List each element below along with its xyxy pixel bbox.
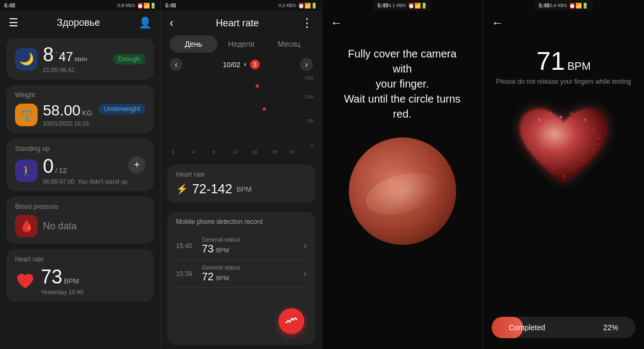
panel4-header: ← <box>483 11 644 35</box>
svg-text:20: 20 <box>272 149 277 155</box>
blood-value: No data <box>43 221 77 232</box>
tab-month[interactable]: Месяц <box>265 35 313 53</box>
chart-prev-button[interactable]: ‹ <box>170 58 182 71</box>
instruction-text: Fully cover the camera withyour finger.W… <box>322 35 482 127</box>
svg-point-23 <box>597 137 599 140</box>
svg-point-21 <box>584 119 586 121</box>
progress-percent: 22% <box>595 323 627 332</box>
chart-area: 150 100 50 0 0 4 8 12 16 20 23 <box>161 74 321 160</box>
svg-point-27 <box>562 175 565 177</box>
status-icons-4: 0,4 КБ/с ⏰📶🔋 <box>550 3 588 9</box>
weight-label: Weight <box>15 91 145 99</box>
page-title-1: Здоровье <box>57 17 100 28</box>
sleep-value: 8 . 47 мин <box>43 45 87 64</box>
svg-point-30 <box>533 149 535 150</box>
back-button-3[interactable]: ← <box>331 16 342 30</box>
hr-card-label: Heart rate <box>176 171 306 178</box>
chart-date: 10/02 ▼ 3 <box>223 60 259 69</box>
tab-week[interactable]: Неделя <box>217 35 265 53</box>
network-speed-1: 0,8 КБ/с <box>118 3 135 8</box>
svg-point-19 <box>560 116 562 118</box>
svg-point-15 <box>255 84 259 88</box>
panel1-header: ☰ Здоровье 👤 <box>0 11 160 34</box>
weight-badge: Underweight <box>99 104 145 114</box>
back-button-4[interactable]: ← <box>492 16 503 30</box>
status-icons-2: 0,2 КБ/с ⏰📶🔋 <box>279 3 317 9</box>
time-2: 6:48 <box>165 3 176 9</box>
heart-value: 73 BPM <box>41 267 83 287</box>
status-bar-3: 6:49 0,1 КБ/с ⏰📶🔋 <box>373 0 431 11</box>
svg-text:12: 12 <box>233 149 238 155</box>
back-button-2[interactable]: ‹ <box>170 16 173 30</box>
sleep-icon: 🌙 <box>15 48 38 70</box>
svg-text:8: 8 <box>213 149 215 155</box>
svg-point-28 <box>553 168 555 169</box>
user-icon[interactable]: 👤 <box>138 16 152 29</box>
health-dashboard-panel: 6:48 0,8 КБ/с ⏰📶🔋 ☰ Здоровье 👤 🌙 8 . 47 … <box>0 0 161 349</box>
svg-text:100: 100 <box>304 93 313 99</box>
svg-point-16 <box>262 107 266 111</box>
bpm-unit: BPM <box>567 60 590 72</box>
camera-panel: 6:49 0,1 КБ/с ⏰📶🔋 ← Fully cover the came… <box>322 0 483 349</box>
panel2-header: ‹ Heart rate ⋮ <box>161 11 321 35</box>
record-arrow-2: › <box>304 269 306 279</box>
standing-card[interactable]: Standing up 🚶 0 / 12 06:00-07:00 You did… <box>6 139 154 191</box>
pulse-icon: ⚡ <box>176 183 188 195</box>
weight-value: 58.00 KG <box>43 103 92 118</box>
progress-label: Completed <box>500 323 554 332</box>
blood-icon: 🩸 <box>15 215 38 237</box>
chart-badge: 3 <box>250 60 260 69</box>
records-title: Mobile phone detection record <box>176 218 306 226</box>
time-1: 6:48 <box>4 3 15 9</box>
result-panel: 6:48 0,4 КБ/с ⏰📶🔋 ← 71 BPM Please do not… <box>483 0 644 349</box>
heart-rate-chart: 150 100 50 0 0 4 8 12 16 20 23 <box>166 74 316 155</box>
sleep-time: 21:00-06:42 <box>43 67 87 73</box>
status-icons-3: 0,1 КБ/с ⏰📶🔋 <box>388 3 427 9</box>
status-bar-4: 6:48 0,4 КБ/с ⏰📶🔋 <box>535 0 592 11</box>
time-4: 6:48 <box>539 3 550 9</box>
weight-icon: ⚖️ <box>15 104 38 126</box>
svg-point-29 <box>544 159 546 161</box>
blood-label: Blood pressure <box>15 203 145 210</box>
record-time-1: 15:40 <box>176 242 195 250</box>
svg-point-20 <box>571 113 573 114</box>
svg-text:50: 50 <box>308 118 314 123</box>
hr-unit: BPM <box>237 185 252 193</box>
menu-icon[interactable]: ☰ <box>9 16 18 29</box>
add-standing-button[interactable]: + <box>128 156 145 173</box>
page-title-2: Heart rate <box>173 18 301 29</box>
svg-point-25 <box>581 159 583 161</box>
standing-note: 06:00-07:00 You didn't stand up <box>43 178 127 185</box>
svg-point-24 <box>592 149 594 150</box>
chart-nav: ‹ 10/02 ▼ 3 › <box>161 58 321 71</box>
record-item-2[interactable]: 15:39 General status 72 BPM › <box>176 260 306 288</box>
svg-point-26 <box>573 168 574 169</box>
network-speed-3: 0,1 КБ/с <box>388 3 406 8</box>
camera-circle <box>349 137 456 245</box>
svg-text:16: 16 <box>252 149 257 155</box>
blood-pressure-card[interactable]: Blood pressure 🩸 No data <box>6 197 154 244</box>
svg-point-17 <box>538 119 540 121</box>
network-speed-2: 0,2 КБ/с <box>279 3 296 8</box>
records-card: Mobile phone detection record 15:40 Gene… <box>167 212 315 345</box>
heart-rate-chart-panel: 6:48 0,2 КБ/с ⏰📶🔋 ‹ Heart rate ⋮ День Не… <box>161 0 322 349</box>
heart-date: Yesterday 15:40 <box>41 289 83 295</box>
bpm-subtitle: Please do not release your fingers while… <box>496 78 631 85</box>
weight-date: 10/01/2020 16:15 <box>43 120 92 127</box>
sleep-card[interactable]: 🌙 8 . 47 мин 21:00-06:42 Enough <box>6 39 154 79</box>
weight-card[interactable]: Weight ⚖️ 58.00 KG 10/01/2020 16:15 Unde… <box>6 85 154 133</box>
chart-next-button[interactable]: › <box>300 58 313 71</box>
svg-text:150: 150 <box>304 75 313 81</box>
heart-rate-range-card: Heart rate ⚡ 72-142 BPM <box>167 164 315 203</box>
bpm-value: 71 <box>536 47 565 75</box>
more-button-2[interactable]: ⋮ <box>301 16 313 30</box>
record-time-2: 15:39 <box>176 270 195 278</box>
tab-day[interactable]: День <box>170 35 217 53</box>
status-bar-1: 6:48 0,8 КБ/с ⏰📶🔋 <box>0 0 160 11</box>
period-tabs: День Неделя Месяц <box>161 35 321 53</box>
measure-fab[interactable] <box>279 308 304 334</box>
record-item-1[interactable]: 15:40 General status 73 BPM › <box>176 232 306 260</box>
svg-point-18 <box>550 113 551 114</box>
hr-value-row: ⚡ 72-142 BPM <box>176 181 306 197</box>
heart-rate-card[interactable]: Heart rate 73 BPM Yesterday 15:40 <box>6 249 154 302</box>
